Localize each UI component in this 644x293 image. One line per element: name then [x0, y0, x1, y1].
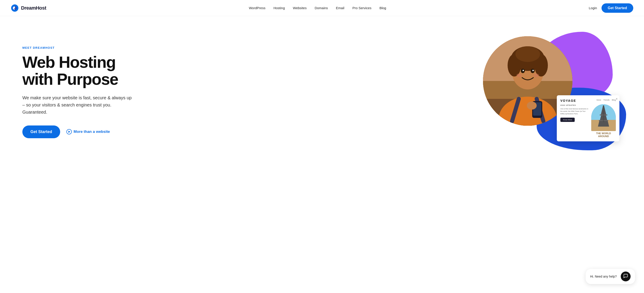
svg-rect-28 — [603, 105, 604, 122]
hero-secondary-link[interactable]: More than a website — [66, 129, 110, 134]
nav-blog[interactable]: Blog — [380, 6, 386, 10]
svg-point-14 — [522, 70, 524, 71]
navbar: DreamHost WordPress Hosting Websites Dom… — [0, 0, 644, 16]
logo-icon — [11, 4, 19, 12]
nav-pro-services[interactable]: Pro Services — [352, 6, 372, 10]
nav-hosting[interactable]: Hosting — [274, 6, 285, 10]
nav-actions: Login Get Started — [589, 3, 633, 13]
play-icon — [66, 129, 72, 134]
brand-name: DreamHost — [21, 5, 46, 11]
svg-point-1 — [14, 6, 15, 8]
hero-secondary-label: More than a website — [74, 130, 110, 134]
voyage-card-header: VOYAGE More Trends Blog — [560, 99, 616, 102]
voyage-card-body: 2022 UPDATES One of the most famous land… — [560, 104, 616, 138]
logo[interactable]: DreamHost — [11, 4, 46, 12]
hero-get-started-button[interactable]: Get Started — [22, 126, 60, 138]
nav-websites[interactable]: Websites — [293, 6, 306, 10]
hero-content: MEET DREAMHOST Web Hosting with Purpose … — [22, 46, 134, 138]
hero-section: MEET DREAMHOST Web Hosting with Purpose … — [0, 16, 644, 164]
hero-subtitle: We make sure your website is fast, secur… — [22, 94, 134, 116]
svg-point-20 — [527, 102, 537, 110]
voyage-card-nav: More Trends Blog — [596, 99, 616, 101]
svg-point-11 — [516, 46, 540, 62]
svg-point-16 — [516, 74, 522, 77]
nav-domains[interactable]: Domains — [314, 6, 328, 10]
hero-visual: × VOYAGE More Trends Blog 2022 UPDATES O… — [474, 30, 626, 155]
svg-point-17 — [534, 74, 539, 77]
hero-title: Web Hosting with Purpose — [22, 54, 134, 88]
voyage-text: 2022 UPDATES One of the most famous land… — [560, 104, 588, 122]
hero-eyebrow: MEET DREAMHOST — [22, 46, 134, 50]
voyage-world-text: THE WORLD AROUND — [591, 132, 616, 138]
voyage-card: × VOYAGE More Trends Blog 2022 UPDATES O… — [557, 95, 620, 141]
hero-actions: Get Started More than a website — [22, 126, 134, 138]
login-link[interactable]: Login — [589, 6, 597, 10]
voyage-know-more-button[interactable]: Know More — [560, 118, 575, 122]
eiffel-tower-svg — [591, 104, 616, 131]
voyage-description: One of the most famous landmarks in the … — [560, 108, 588, 115]
nav-links: WordPress Hosting Websites Domains Email… — [249, 6, 386, 10]
nav-get-started-button[interactable]: Get Started — [602, 3, 633, 13]
voyage-image-side: THE WORLD AROUND — [591, 104, 616, 138]
voyage-subtitle: 2022 UPDATES — [560, 104, 588, 106]
voyage-nav-blog[interactable]: Blog — [612, 99, 616, 101]
voyage-nav-trends[interactable]: Trends — [603, 99, 610, 101]
nav-wordpress[interactable]: WordPress — [249, 6, 266, 10]
voyage-card-title: VOYAGE — [560, 99, 576, 102]
voyage-eiffel-image — [591, 104, 616, 131]
hero-title-line2: with Purpose — [22, 70, 118, 88]
voyage-card-close[interactable]: × — [616, 97, 618, 101]
voyage-nav-more[interactable]: More — [596, 99, 601, 101]
nav-email[interactable]: Email — [336, 6, 344, 10]
svg-point-15 — [532, 70, 534, 71]
hero-title-line1: Web Hosting — [22, 53, 116, 71]
